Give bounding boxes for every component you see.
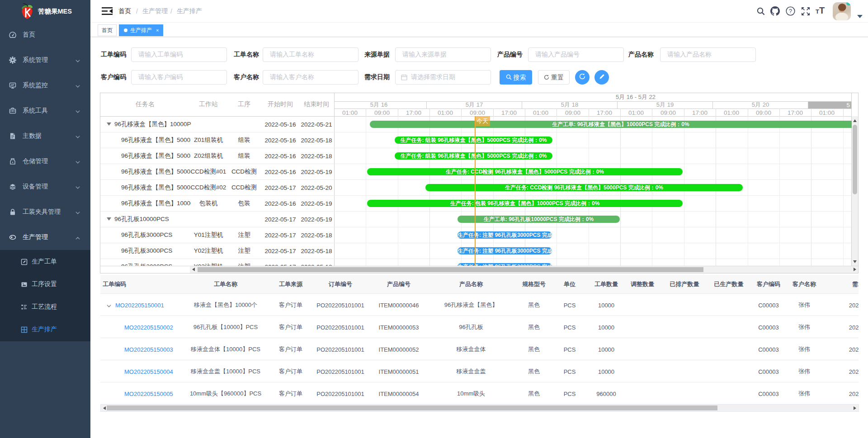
- svg-text:?: ?: [789, 8, 792, 14]
